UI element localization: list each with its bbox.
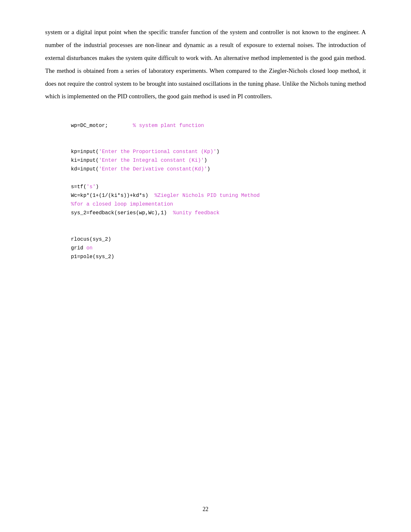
code-keyword-on: on (86, 245, 93, 251)
code-string-5: 's' (86, 184, 96, 190)
code-line-13: p1=pole(sys_2) (71, 254, 114, 260)
code-comment-7: %for a closed loop implementation (71, 201, 173, 207)
code-string-4: 'Enter the Derivative constant(Kd)' (99, 166, 207, 172)
code-line-5: s=tf('s') (71, 184, 99, 190)
code-string-2: 'Enter the Proportional constant (Kp)' (99, 149, 216, 155)
code-line-12: grid on (71, 245, 93, 251)
paragraph-text: system or a digital input point when the… (45, 29, 366, 100)
code-line-2: kp=input('Enter the Proportional constan… (71, 149, 220, 155)
code-comment-1: % system plant function (133, 123, 204, 129)
code-comment-8: %unity feedback (173, 210, 220, 216)
code-line-8: sys_2=feedback(series(wp,Wc),1) %unity f… (71, 210, 220, 216)
code-line-11: rlocus(sys_2) (71, 237, 111, 242)
page-number: 22 (203, 506, 209, 513)
page: system or a digital input point when the… (0, 0, 411, 532)
code-comment-6: %Ziegler Nichols PID tuning Method (154, 193, 259, 198)
code-block: wp=DC_motor; % system plant function kp=… (71, 112, 366, 279)
code-line-6: Wc=kp*(1+(1/(ki*s))+kd*s) %Ziegler Nicho… (71, 193, 260, 198)
main-paragraph: system or a digital input point when the… (45, 26, 366, 103)
code-text: wp=DC_motor; (71, 123, 133, 129)
code-line-3: ki=input('Enter the Integral constant (K… (71, 158, 207, 163)
code-line-1: wp=DC_motor; % system plant function (71, 123, 204, 129)
code-string-3: 'Enter the Integral constant (Ki)' (99, 158, 204, 163)
code-line-7: %for a closed loop implementation (71, 201, 173, 207)
code-line-4: kd=input('Enter the Derivative constant(… (71, 166, 210, 172)
